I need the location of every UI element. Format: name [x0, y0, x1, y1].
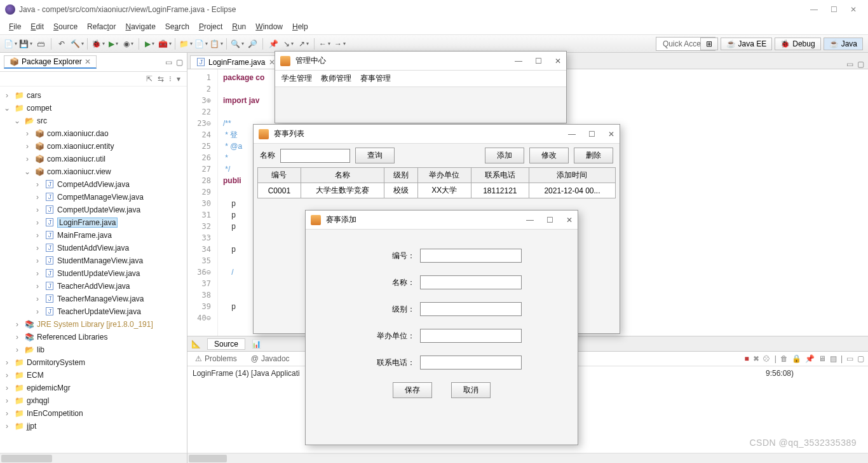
undo-button[interactable]: ↶ [55, 38, 68, 50]
remove-all-icon[interactable]: ⛒ [763, 354, 771, 363]
tree-item-studentmanageview-java[interactable]: ›🄹StudentManageView.java [0, 254, 187, 267]
list-min-button[interactable]: — [568, 130, 576, 139]
menu-navigate[interactable]: Navigate [121, 21, 159, 32]
open-perspective-button[interactable]: ⊞ [700, 38, 718, 50]
tree-item-teachermanageview-java[interactable]: ›🄹TeacherManageView.java [0, 293, 187, 305]
source-tab[interactable]: Source [207, 338, 245, 350]
add-min-button[interactable]: — [526, 216, 534, 225]
build-button[interactable]: 🔨 [71, 38, 83, 50]
close-button[interactable]: ✕ [850, 5, 857, 14]
menu-compet-mgmt[interactable]: 赛事管理 [360, 73, 391, 84]
tree-item-com-xiaoniucr-dao[interactable]: ›📦com.xiaoniucr.dao [0, 127, 187, 140]
tree-item-compet[interactable]: ⌄📁compet [0, 102, 187, 114]
twisty-icon[interactable]: › [33, 205, 42, 214]
horizontal-scrollbar[interactable] [0, 453, 187, 463]
console-min-icon[interactable]: ▭ [846, 354, 853, 363]
menu-student-mgmt[interactable]: 学生管理 [281, 73, 312, 84]
pin-console-icon[interactable]: 📌 [805, 354, 815, 363]
tree-item-jjpt[interactable]: ›📁jjpt [0, 420, 187, 432]
view-menu-icon[interactable]: ▾ [177, 74, 180, 83]
perspective-javaee[interactable]: ☕ Java EE [721, 38, 773, 50]
twisty-icon[interactable]: › [13, 333, 22, 342]
tab-close-icon[interactable]: ✕ [85, 57, 91, 66]
save-all-button[interactable]: 🗃 [34, 38, 47, 50]
field-name-input[interactable] [420, 275, 522, 289]
link-editor-icon[interactable]: ⇆ [158, 74, 164, 83]
run-last-button[interactable]: ▶ [143, 38, 156, 50]
twisty-icon[interactable]: › [33, 231, 42, 240]
twisty-icon[interactable]: › [3, 358, 11, 367]
editor-maximize-icon[interactable]: ▢ [857, 60, 864, 69]
query-button[interactable]: 查询 [355, 148, 395, 163]
editor-tab-loginframe[interactable]: 🄹 LoginFrame.java ✕ [190, 55, 282, 69]
twisty-icon[interactable]: › [3, 396, 11, 405]
tree-item-teacheraddview-java[interactable]: ›🄹TeacherAddView.java [0, 280, 187, 293]
twisty-icon[interactable]: › [23, 142, 32, 151]
minimize-button[interactable]: — [810, 5, 818, 14]
twisty-icon[interactable]: › [33, 193, 42, 202]
toggle-mark-button[interactable]: 📌 [267, 38, 280, 50]
display-console-icon[interactable]: 🖥 [818, 354, 826, 363]
twisty-icon[interactable]: ⌄ [13, 116, 22, 125]
javadoc-tab[interactable]: @ Javadoc [247, 353, 294, 364]
twisty-icon[interactable]: › [33, 256, 42, 265]
editor-horizontal-scrollbar[interactable] [187, 453, 868, 463]
cancel-button[interactable]: 取消 [451, 382, 491, 398]
add-close-button[interactable]: ✕ [566, 216, 573, 225]
admin-min-button[interactable]: — [515, 57, 522, 66]
menu-teacher-mgmt[interactable]: 教师管理 [321, 73, 351, 84]
terminate-icon[interactable]: ■ [745, 354, 749, 363]
new-class-button[interactable]: 📄 [194, 38, 207, 50]
menu-window[interactable]: Window [252, 21, 287, 32]
maximize-button[interactable]: ☐ [831, 5, 837, 14]
edit-button[interactable]: 修改 [529, 148, 569, 163]
delete-button[interactable]: 删除 [574, 148, 613, 163]
save-button[interactable]: 保存 [393, 382, 432, 398]
tree-item-gxhqgl[interactable]: ›📁gxhqgl [0, 394, 187, 407]
menu-refactor[interactable]: Refactor [83, 21, 119, 32]
twisty-icon[interactable]: › [33, 180, 42, 189]
structure-tab-icon[interactable]: 📊 [252, 340, 261, 349]
tree-item-com-xiaoniucr-entity[interactable]: ›📦com.xiaoniucr.entity [0, 140, 187, 153]
tree-item-competaddview-java[interactable]: ›🄹CompetAddView.java [0, 178, 187, 191]
package-explorer-tab[interactable]: 📦 Package Explorer ✕ [4, 55, 97, 69]
tree-item-com-xiaoniucr-view[interactable]: ⌄📦com.xiaoniucr.view [0, 165, 187, 178]
twisty-icon[interactable]: ⌄ [23, 167, 32, 176]
tree-item-referenced-libraries[interactable]: ›📚Referenced Libraries [0, 331, 187, 343]
twisty-icon[interactable]: › [13, 345, 22, 354]
twisty-icon[interactable]: › [3, 371, 11, 380]
list-max-button[interactable]: ☐ [588, 130, 595, 139]
project-tree[interactable]: ›📁cars⌄📁compet⌄📂src›📦com.xiaoniucr.dao›📦… [0, 86, 187, 453]
menu-help[interactable]: Help [288, 21, 312, 32]
tree-item-mainframe-java[interactable]: ›🄹MainFrame.java [0, 229, 187, 242]
admin-max-button[interactable]: ☐ [535, 57, 542, 66]
tree-item-inencompetition[interactable]: ›📁InEnCompetition [0, 407, 187, 420]
menu-project[interactable]: Project [195, 21, 226, 32]
open-type-button[interactable]: 🔍 [231, 38, 243, 50]
next-annotation-button[interactable]: ↘ [282, 38, 295, 50]
add-button[interactable]: 添加 [485, 148, 524, 163]
twisty-icon[interactable]: › [13, 320, 22, 329]
menu-source[interactable]: Source [50, 21, 81, 32]
menu-edit[interactable]: Edit [27, 21, 48, 32]
filter-icon[interactable]: ⁝ [169, 74, 172, 83]
console-max-icon[interactable]: ▢ [857, 354, 864, 363]
tree-item-competupdateview-java[interactable]: ›🄹CompetUpdateView.java [0, 204, 187, 216]
name-input[interactable] [280, 149, 350, 163]
debug-button[interactable]: 🐞 [92, 38, 104, 50]
new-button[interactable]: 📄 [4, 38, 17, 50]
tree-item-competmanageview-java[interactable]: ›🄹CompetManageView.java [0, 191, 187, 204]
twisty-icon[interactable]: › [3, 409, 11, 418]
tree-item-lib[interactable]: ›📂lib [0, 343, 187, 356]
tree-item-src[interactable]: ⌄📂src [0, 114, 187, 127]
ext-tools-button[interactable]: 🧰 [158, 38, 171, 50]
tree-item-epidemicmgr[interactable]: ›📁epidemicMgr [0, 382, 187, 394]
back-button[interactable]: ← [318, 38, 331, 50]
admin-close-button[interactable]: ✕ [555, 57, 561, 66]
minimize-view-icon[interactable]: ▭ [165, 58, 172, 67]
tree-item-cars[interactable]: ›📁cars [0, 89, 187, 102]
perspective-debug[interactable]: 🐞 Debug [775, 38, 820, 50]
tree-item-dormitorysystem[interactable]: ›📁DormitorySystem [0, 356, 187, 369]
twisty-icon[interactable]: › [33, 244, 42, 252]
menu-file[interactable]: File [5, 21, 25, 32]
